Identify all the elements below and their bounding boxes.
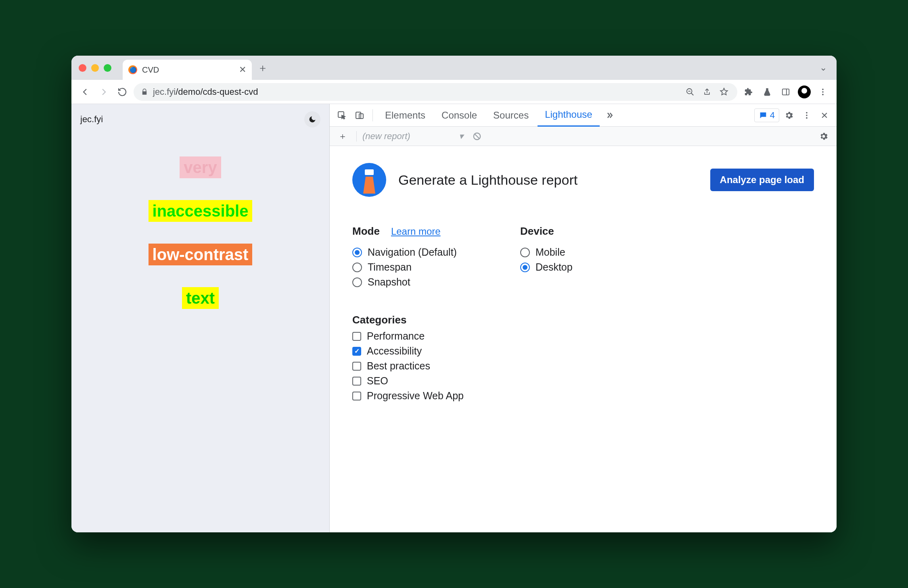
devtools-tabbar: Elements Console Sources Lighthouse 4 — [330, 104, 837, 127]
address-bar[interactable]: jec.fyi/demo/cds-quest-cvd — [134, 83, 737, 101]
tab-lighthouse[interactable]: Lighthouse — [538, 104, 599, 127]
svg-point-3 — [822, 91, 824, 93]
category-label: Best practices — [367, 360, 430, 372]
svg-rect-6 — [356, 112, 361, 119]
device-option[interactable]: Desktop — [520, 260, 573, 275]
mode-column: Mode Learn more Navigation (Default)Time… — [352, 225, 464, 403]
devtools-settings-icon[interactable] — [781, 107, 797, 123]
bookmark-star-icon[interactable] — [718, 86, 730, 98]
report-dropdown[interactable]: (new report) ▾ — [362, 131, 463, 142]
zoom-icon[interactable] — [684, 86, 696, 98]
side-panel-icon[interactable] — [778, 85, 793, 99]
lighthouse-settings-icon[interactable] — [816, 128, 832, 144]
lock-icon — [141, 88, 148, 96]
browser-menu-icon[interactable] — [816, 85, 830, 99]
new-tab-button[interactable]: ＋ — [256, 61, 270, 75]
radio-icon — [352, 263, 362, 272]
category-option[interactable]: Progressive Web App — [352, 388, 464, 403]
lighthouse-title: Generate a Lighthouse report — [398, 172, 577, 188]
tab-console[interactable]: Console — [434, 104, 484, 127]
checkbox-icon — [352, 377, 361, 386]
issues-badge[interactable]: 4 — [754, 108, 779, 122]
lighthouse-logo-icon — [352, 163, 386, 197]
learn-more-link[interactable]: Learn more — [391, 226, 441, 237]
share-icon[interactable] — [701, 86, 713, 98]
svg-rect-1 — [782, 89, 789, 95]
svg-point-9 — [806, 115, 808, 116]
lighthouse-header: Generate a Lighthouse report Analyze pag… — [352, 163, 814, 197]
svg-point-10 — [806, 117, 808, 119]
device-label: Desktop — [536, 261, 573, 273]
lighthouse-subbar: ＋ (new report) ▾ — [330, 127, 837, 146]
device-option[interactable]: Mobile — [520, 245, 573, 260]
demo-word-1: very — [180, 156, 221, 178]
close-window-button[interactable] — [79, 64, 86, 72]
devtools-close-icon[interactable] — [816, 107, 833, 123]
issues-icon — [759, 111, 768, 120]
tab-favicon: 🔵 — [128, 65, 137, 74]
mode-option[interactable]: Snapshot — [352, 275, 464, 290]
devtools-panel: Elements Console Sources Lighthouse 4 ＋ … — [330, 104, 837, 532]
reload-button[interactable] — [115, 85, 130, 99]
demo-word-3: low-contrast — [149, 244, 253, 265]
clear-icon[interactable] — [469, 128, 485, 144]
minimize-window-button[interactable] — [91, 64, 99, 72]
devtools-menu-icon[interactable] — [799, 107, 815, 123]
profile-avatar[interactable] — [797, 85, 812, 99]
mode-label: Navigation (Default) — [368, 246, 457, 258]
tab-sources[interactable]: Sources — [486, 104, 536, 127]
moon-icon — [308, 115, 316, 123]
maximize-window-button[interactable] — [104, 64, 111, 72]
browser-window: 🔵 CVD ✕ ＋ ⌄ jec.fyi/demo/cds-quest-cvd — [71, 56, 837, 532]
dropdown-caret-icon: ▾ — [459, 131, 463, 142]
category-label: Performance — [367, 330, 425, 342]
category-option[interactable]: Accessibility — [352, 344, 464, 359]
tab-strip: 🔵 CVD ✕ ＋ ⌄ — [71, 56, 837, 80]
radio-icon — [520, 248, 530, 257]
radio-icon — [520, 263, 530, 272]
tab-elements[interactable]: Elements — [378, 104, 433, 127]
page-preview: jec.fyi very inaccessible low-contrast t… — [71, 104, 330, 532]
browser-toolbar: jec.fyi/demo/cds-quest-cvd — [71, 80, 837, 104]
window-controls — [79, 64, 111, 72]
checkbox-icon — [352, 362, 361, 371]
category-option[interactable]: Best practices — [352, 359, 464, 373]
radio-icon — [352, 248, 362, 257]
svg-point-2 — [822, 88, 824, 90]
device-column: Device MobileDesktop — [520, 225, 573, 403]
checkbox-icon — [352, 332, 361, 341]
forward-button[interactable] — [96, 85, 111, 99]
theme-toggle-button[interactable] — [304, 111, 320, 127]
demo-text-column: very inaccessible low-contrast text — [71, 135, 329, 532]
browser-tab[interactable]: 🔵 CVD ✕ — [123, 60, 252, 80]
svg-point-8 — [806, 112, 808, 113]
category-label: SEO — [367, 375, 388, 387]
tab-list-button[interactable]: ⌄ — [817, 60, 829, 75]
labs-icon[interactable] — [760, 85, 774, 99]
device-toolbar-icon[interactable] — [351, 107, 368, 123]
analyze-page-load-button[interactable]: Analyze page load — [710, 169, 814, 191]
inspect-element-icon[interactable] — [334, 107, 350, 123]
close-tab-button[interactable]: ✕ — [239, 65, 246, 75]
demo-word-4: text — [182, 287, 219, 309]
new-report-plus-icon[interactable]: ＋ — [335, 128, 351, 144]
issues-count: 4 — [770, 110, 775, 121]
mode-label: Snapshot — [368, 276, 410, 288]
checkbox-icon — [352, 347, 361, 356]
back-button[interactable] — [78, 85, 92, 99]
category-label: Accessibility — [367, 345, 422, 357]
svg-point-4 — [822, 94, 824, 95]
content-area: jec.fyi very inaccessible low-contrast t… — [71, 104, 837, 532]
mode-option[interactable]: Navigation (Default) — [352, 245, 464, 260]
category-option[interactable]: SEO — [352, 373, 464, 388]
category-option[interactable]: Performance — [352, 329, 464, 344]
device-label: Mobile — [536, 246, 565, 258]
mode-label: Timespan — [368, 261, 412, 273]
radio-icon — [352, 277, 362, 287]
url-text: jec.fyi/demo/cds-quest-cvd — [153, 87, 679, 97]
category-label: Progressive Web App — [367, 390, 464, 402]
mode-option[interactable]: Timespan — [352, 260, 464, 275]
more-tabs-icon[interactable] — [601, 107, 617, 123]
lighthouse-panel: Generate a Lighthouse report Analyze pag… — [330, 146, 837, 403]
extensions-icon[interactable] — [741, 85, 756, 99]
